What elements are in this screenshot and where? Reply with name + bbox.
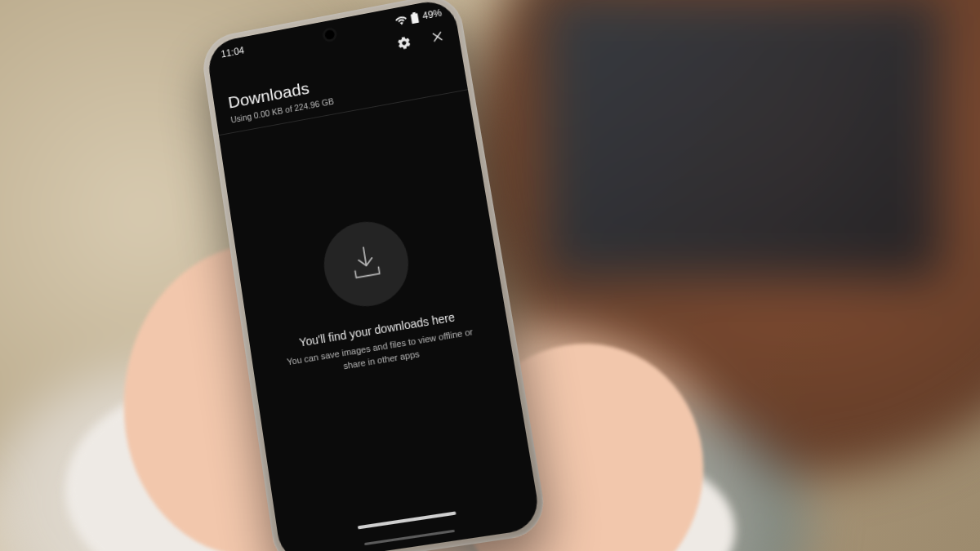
battery-percent: 49% [421, 7, 443, 22]
close-icon [430, 29, 446, 47]
battery-icon [410, 11, 420, 24]
svg-line-1 [433, 33, 442, 42]
download-icon [343, 239, 390, 289]
close-button[interactable] [426, 27, 448, 49]
wifi-icon [395, 15, 408, 25]
status-time: 11:04 [220, 45, 245, 60]
gear-icon [396, 34, 413, 54]
svg-line-2 [363, 247, 367, 265]
download-illustration [318, 216, 415, 313]
settings-button[interactable] [394, 33, 416, 56]
